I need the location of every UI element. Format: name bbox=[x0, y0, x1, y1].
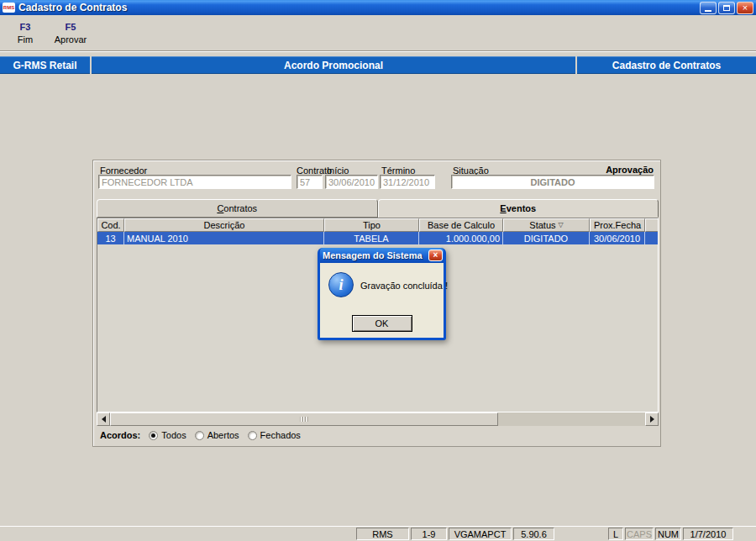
table-row-selected[interactable]: 13 MANUAL 2010 TABELA 1.000.000,00 DIGIT… bbox=[97, 232, 658, 244]
minimize-button[interactable] bbox=[700, 2, 717, 14]
app-icon[interactable]: RMS bbox=[3, 3, 15, 13]
radio-fechados-icon bbox=[248, 431, 257, 440]
app-window: RMS Cadastro de Contratos × F3 Fim F5 Ap… bbox=[0, 0, 756, 541]
contrato-field[interactable]: 57 bbox=[297, 175, 323, 189]
radio-fechados[interactable]: Fechados bbox=[248, 430, 301, 440]
status-bar: RMS 1-9 VGAMAPCT 5.90.6 L CAPS NUM 1/7/2… bbox=[0, 526, 756, 541]
status-cell-version: 5.90.6 bbox=[513, 528, 554, 540]
toolbar-button-aprovar[interactable]: F5 Aprovar bbox=[50, 18, 91, 47]
column-header-cod[interactable]: Cod. bbox=[97, 218, 124, 232]
cell-prox-fecha: 30/06/2010 bbox=[590, 232, 645, 244]
toolbar: F3 Fim F5 Aprovar bbox=[0, 15, 756, 50]
cell-descricao: MANUAL 2010 bbox=[124, 232, 324, 244]
dialog-close-button[interactable]: × bbox=[428, 249, 443, 261]
column-header-prox-fecha[interactable]: Prox.Fecha bbox=[590, 218, 645, 232]
radio-abertos[interactable]: Abertos bbox=[195, 430, 239, 440]
toolbar-key-f3: F3 bbox=[20, 22, 31, 32]
column-header-descricao[interactable]: Descrição bbox=[124, 218, 324, 232]
radio-fechados-label: Fechados bbox=[260, 430, 301, 440]
info-icon: i bbox=[328, 272, 354, 297]
ok-button[interactable]: OK bbox=[352, 315, 412, 332]
radio-todos-label: Todos bbox=[161, 430, 186, 440]
cell-filler bbox=[645, 232, 658, 244]
column-header-filler bbox=[645, 218, 658, 232]
window-title: Cadastro de Contratos bbox=[18, 2, 127, 13]
scrollbar-track[interactable] bbox=[498, 412, 645, 426]
column-header-status[interactable]: Status ▽ bbox=[503, 218, 590, 232]
dialog-message: Gravação concluída ! bbox=[360, 281, 448, 291]
scroll-right-icon bbox=[650, 416, 658, 423]
cell-tipo: TABELA bbox=[324, 232, 419, 244]
scroll-left-button[interactable] bbox=[97, 412, 110, 426]
status-cell-l: L bbox=[608, 528, 623, 540]
status-cell-num: NUM bbox=[655, 528, 681, 540]
toolbar-label-aprovar: Aprovar bbox=[55, 34, 87, 45]
system-message-dialog: Mensagem do Sistema × i Gravação concluí… bbox=[318, 248, 446, 340]
radio-abertos-icon bbox=[195, 431, 204, 440]
column-header-tipo[interactable]: Tipo bbox=[324, 218, 419, 232]
toolbar-key-f5: F5 bbox=[66, 22, 76, 32]
aprovacao-label: Aprovação bbox=[606, 165, 654, 175]
toolbar-label-fim: Fim bbox=[18, 34, 33, 45]
tab-eventos[interactable]: Eventos bbox=[378, 199, 659, 218]
toolbar-button-fim[interactable]: F3 Fim bbox=[5, 18, 45, 47]
close-button[interactable]: × bbox=[737, 2, 753, 14]
header-screen-title: Cadastro de Contratos bbox=[577, 56, 756, 74]
dialog-title-bar[interactable]: Mensagem do Sistema × bbox=[320, 248, 444, 263]
radio-abertos-label: Abertos bbox=[207, 430, 239, 440]
header-module-title: Acordo Promocional bbox=[92, 56, 575, 74]
tab-strip: Contratos Eventos bbox=[97, 199, 659, 218]
acordos-filter-label: Acordos: bbox=[100, 430, 140, 440]
window-controls: × bbox=[700, 2, 753, 14]
dialog-title: Mensagem do Sistema bbox=[323, 250, 423, 260]
acordos-filter: Acordos: Todos Abertos Fechados bbox=[100, 430, 301, 440]
radio-todos-icon bbox=[149, 431, 158, 440]
toolbar-separator bbox=[0, 50, 756, 52]
table-header: Cod. Descrição Tipo Base de Calculo Stat… bbox=[97, 218, 658, 232]
scrollbar-thumb[interactable] bbox=[110, 412, 498, 426]
status-cell-caps: CAPS bbox=[625, 528, 654, 540]
scroll-right-button[interactable] bbox=[645, 412, 659, 426]
restore-icon bbox=[723, 5, 730, 11]
inicio-field[interactable]: 30/06/2010 bbox=[325, 175, 378, 189]
header-brand: G-RMS Retail bbox=[0, 56, 90, 74]
horizontal-scrollbar[interactable] bbox=[97, 412, 659, 426]
sort-desc-icon: ▽ bbox=[559, 222, 564, 228]
tab-eventos-label: Eventos bbox=[500, 203, 536, 213]
cell-cod: 13 bbox=[97, 232, 124, 244]
status-cell-range: 1-9 bbox=[411, 528, 447, 540]
status-cell-rms: RMS bbox=[356, 528, 409, 540]
cell-status: DIGITADO bbox=[503, 232, 590, 244]
restore-button[interactable] bbox=[718, 2, 735, 14]
minimize-icon bbox=[705, 10, 711, 12]
dialog-body: i Gravação concluída ! OK bbox=[320, 263, 444, 338]
column-header-status-label: Status bbox=[529, 220, 555, 230]
scroll-left-icon bbox=[98, 416, 106, 423]
cell-base: 1.000.000,00 bbox=[419, 232, 503, 244]
header-bar: G-RMS Retail Acordo Promocional Cadastro… bbox=[0, 56, 756, 74]
dialog-close-icon: × bbox=[433, 251, 438, 260]
close-icon: × bbox=[743, 3, 748, 13]
situacao-field[interactable]: DIGITADO bbox=[451, 175, 654, 189]
tab-contratos[interactable]: Contratos bbox=[97, 199, 378, 218]
column-header-base[interactable]: Base de Calculo bbox=[419, 218, 503, 232]
termino-field[interactable]: 31/12/2010 bbox=[380, 175, 435, 189]
radio-todos[interactable]: Todos bbox=[149, 430, 186, 440]
status-cell-date: 1/7/2010 bbox=[683, 528, 733, 540]
fornecedor-field[interactable]: FORNECEDOR LTDA bbox=[98, 175, 291, 189]
status-cell-program: VGAMAPCT bbox=[449, 528, 512, 540]
title-bar[interactable]: RMS Cadastro de Contratos × bbox=[0, 0, 756, 15]
tab-contratos-label: Contratos bbox=[217, 203, 257, 213]
